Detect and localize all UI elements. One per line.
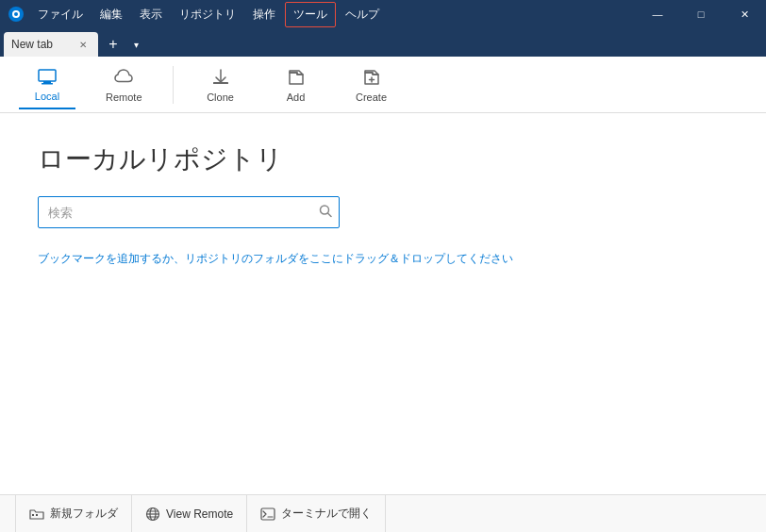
titlebar-controls: — □ ✕: [636, 0, 766, 28]
titlebar: ファイル 編集 表示 リポジトリ 操作 ツール ヘルプ — □ ✕: [0, 0, 766, 28]
svg-point-2: [14, 12, 18, 16]
minimize-button[interactable]: —: [636, 0, 679, 28]
search-box: [38, 196, 340, 228]
toolbar-add-label: Add: [287, 91, 306, 103]
svg-rect-11: [32, 514, 34, 516]
new-folder-label: 新規フォルダ: [50, 506, 118, 522]
tabbar: New tab ✕ + ▾: [0, 28, 766, 57]
folder-icon: [29, 507, 44, 521]
local-icon: [36, 65, 58, 88]
svg-rect-12: [36, 514, 38, 516]
menu-tools[interactable]: ツール: [285, 2, 336, 27]
svg-rect-3: [39, 70, 56, 81]
svg-rect-18: [261, 508, 275, 520]
tab-new-label: New tab: [11, 38, 70, 51]
toolbar-clone[interactable]: Clone: [192, 60, 249, 108]
toolbar-create-label: Create: [356, 91, 387, 103]
toolbar-local[interactable]: Local: [19, 59, 75, 109]
svg-rect-4: [43, 81, 51, 83]
toolbar-local-label: Local: [35, 91, 59, 102]
status-new-folder[interactable]: 新規フォルダ: [15, 495, 132, 532]
menu-edit[interactable]: 編集: [92, 3, 130, 26]
titlebar-left: ファイル 編集 表示 リポジトリ 操作 ツール ヘルプ: [8, 2, 387, 27]
menu-help[interactable]: ヘルプ: [338, 3, 387, 26]
toolbar-remote-label: Remote: [106, 91, 142, 103]
open-terminal-label: ターミナルで開く: [281, 506, 372, 522]
toolbar-separator: [173, 66, 174, 104]
tab-close-button[interactable]: ✕: [75, 37, 91, 52]
view-remote-label: View Remote: [166, 507, 233, 521]
tab-dropdown-button[interactable]: ▾: [126, 32, 145, 57]
menu-bar: ファイル 編集 表示 リポジトリ 操作 ツール ヘルプ: [30, 2, 387, 27]
toolbar-create[interactable]: Create: [343, 60, 400, 108]
main-content: ローカルリポジトリ ブックマークを追加するか、リポジトリのフォルダをここにドラッ…: [0, 113, 766, 494]
terminal-icon: [260, 507, 275, 521]
page-title: ローカルリポジトリ: [38, 141, 728, 177]
tab-new[interactable]: New tab ✕: [4, 32, 98, 57]
toolbar-remote[interactable]: Remote: [94, 60, 154, 108]
statusbar: 新規フォルダ View Remote ターミナルで開く: [0, 494, 766, 532]
status-open-terminal[interactable]: ターミナルで開く: [247, 495, 386, 532]
toolbar-clone-label: Clone: [207, 91, 234, 103]
hint-text[interactable]: ブックマークを追加するか、リポジトリのフォルダをここにドラッグ＆ドロップしてくだ…: [38, 251, 728, 267]
add-icon: [285, 66, 308, 89]
menu-repository[interactable]: リポジトリ: [172, 3, 243, 26]
svg-rect-5: [42, 83, 53, 85]
status-view-remote[interactable]: View Remote: [132, 495, 247, 532]
menu-file[interactable]: ファイル: [30, 3, 91, 26]
svg-rect-6: [213, 82, 228, 84]
create-icon: [360, 66, 383, 89]
remote-icon: [112, 66, 135, 89]
app-logo: [8, 6, 25, 23]
maximize-button[interactable]: □: [679, 0, 723, 28]
globe-icon: [145, 507, 160, 522]
clone-icon: [209, 66, 232, 89]
menu-view[interactable]: 表示: [132, 3, 170, 26]
search-input[interactable]: [38, 196, 340, 228]
menu-operation[interactable]: 操作: [245, 3, 283, 26]
new-tab-button[interactable]: +: [100, 32, 126, 57]
toolbar-add[interactable]: Add: [268, 60, 325, 108]
close-button[interactable]: ✕: [723, 0, 766, 28]
toolbar: Local Remote Clone Add: [0, 57, 766, 113]
